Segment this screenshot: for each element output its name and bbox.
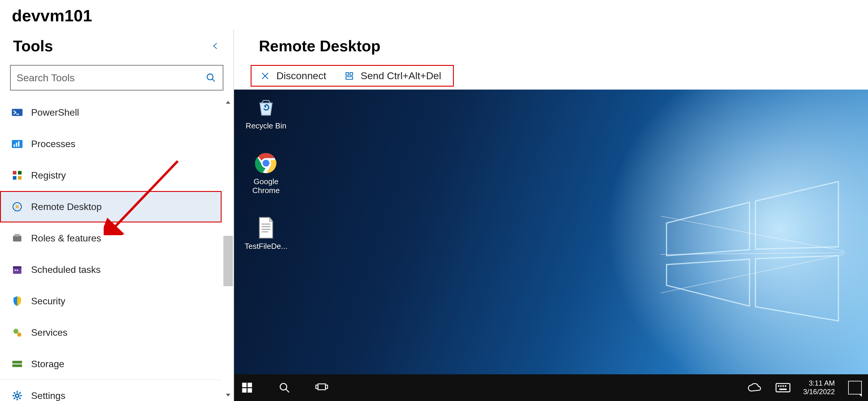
svg-rect-47: [248, 382, 252, 387]
security-shield-icon: [11, 295, 23, 307]
services-gear-icon: [11, 327, 23, 338]
tray-keyboard-button[interactable]: [775, 379, 791, 396]
remote-taskbar: 3:11 AM 3/16/2022: [234, 374, 868, 401]
sidebar-item-roles-features[interactable]: Roles & features: [0, 223, 222, 254]
svg-rect-22: [12, 365, 22, 367]
sidebar-item-label: Scheduled tasks: [31, 264, 101, 275]
sidebar-item-processes[interactable]: Processes: [0, 128, 222, 160]
sidebar-item-label: Registry: [31, 170, 66, 181]
svg-line-28: [14, 392, 15, 394]
svg-rect-7: [18, 141, 20, 146]
scrollbar-thumb[interactable]: [223, 236, 233, 286]
svg-rect-5: [13, 144, 15, 147]
taskbar-start-button[interactable]: [239, 379, 255, 396]
tools-search[interactable]: [10, 65, 223, 90]
svg-point-50: [280, 383, 287, 390]
chrome-icon: [254, 151, 278, 175]
taskbar-search-button[interactable]: [276, 379, 293, 396]
sidebar-item-label: Settings: [31, 390, 65, 401]
sidebar-item-label: Security: [31, 296, 65, 307]
main-heading: Remote Desktop: [234, 29, 868, 65]
svg-rect-52: [318, 384, 326, 390]
scrollbar-up-icon[interactable]: [223, 96, 234, 108]
tools-sidebar: Tools: [0, 29, 234, 401]
collapse-sidebar-button[interactable]: [210, 41, 220, 51]
sidebar-item-label: Processes: [31, 139, 75, 149]
send-ctrl-alt-del-button[interactable]: Send Ctrl+Alt+Del: [344, 70, 441, 82]
page-title: devvm101: [0, 0, 868, 29]
remote-desktop-viewport[interactable]: Recycle Bin: [234, 90, 868, 401]
svg-rect-54: [326, 385, 328, 389]
scrollbar-down-icon[interactable]: [223, 389, 234, 401]
taskbar-notifications-button[interactable]: [847, 379, 863, 396]
svg-line-37: [661, 193, 844, 251]
desktop-icon-label: TestFileDe...: [245, 242, 288, 251]
tray-onedrive-button[interactable]: [746, 379, 763, 396]
sidebar-item-services[interactable]: Services: [0, 317, 222, 348]
svg-rect-58: [783, 385, 784, 387]
disconnect-button[interactable]: Disconnect: [260, 70, 326, 82]
svg-rect-16: [13, 266, 21, 268]
remote-desktop-action-bar: Disconnect Send Ctrl+Alt+Del: [251, 65, 454, 87]
svg-rect-60: [779, 389, 787, 390]
sidebar-item-security[interactable]: Security: [0, 285, 222, 317]
search-icon: [205, 72, 217, 84]
desktop-icon-test-file[interactable]: TestFileDe...: [242, 216, 290, 251]
svg-rect-18: [17, 269, 18, 271]
svg-rect-57: [780, 385, 782, 387]
svg-line-31: [19, 392, 21, 394]
disconnect-x-icon: [260, 70, 271, 81]
taskbar-task-view-button[interactable]: [313, 379, 330, 396]
svg-rect-46: [242, 382, 246, 387]
sidebar-item-label: Storage: [31, 359, 64, 370]
desktop-icon-label: GoogleChrome: [252, 177, 280, 195]
send-cad-icon: [344, 70, 354, 81]
windows-start-icon: [241, 382, 253, 394]
svg-rect-33: [346, 73, 349, 75]
sidebar-item-registry[interactable]: Registry: [0, 160, 222, 191]
processes-icon: [11, 138, 23, 149]
svg-rect-21: [12, 361, 22, 364]
sidebar-item-storage[interactable]: Storage: [0, 348, 222, 380]
svg-rect-2: [12, 109, 23, 116]
svg-line-30: [14, 398, 15, 399]
settings-gear-icon: [11, 390, 23, 401]
sidebar-item-remote-desktop[interactable]: Remote Desktop: [0, 191, 222, 223]
text-file-icon: [254, 216, 278, 240]
main-panel: Remote Desktop Disconnect: [234, 29, 868, 401]
desktop-icon-google-chrome[interactable]: GoogleChrome: [242, 151, 290, 195]
svg-rect-10: [13, 176, 16, 180]
desktop-icon-recycle-bin[interactable]: Recycle Bin: [242, 95, 290, 131]
svg-rect-34: [350, 73, 353, 75]
sidebar-item-powershell[interactable]: PowerShell: [0, 97, 222, 128]
sidebar-item-label: Roles & features: [31, 233, 101, 244]
svg-rect-48: [242, 388, 246, 393]
taskbar-clock[interactable]: 3:11 AM 3/16/2022: [803, 379, 835, 396]
svg-rect-49: [248, 388, 252, 393]
svg-rect-59: [785, 385, 786, 387]
svg-rect-35: [346, 77, 353, 79]
svg-rect-53: [316, 385, 318, 389]
taskbar-time: 3:11 AM: [809, 379, 835, 388]
taskbar-date: 3/16/2022: [803, 388, 835, 396]
svg-rect-11: [18, 176, 22, 180]
svg-rect-8: [13, 171, 16, 174]
svg-rect-55: [776, 383, 790, 392]
svg-point-20: [17, 333, 21, 337]
scheduled-tasks-icon: [11, 264, 23, 275]
svg-rect-13: [13, 236, 21, 242]
remote-desktop-icon-grid: Recycle Bin: [242, 95, 290, 251]
sidebar-item-scheduled-tasks[interactable]: Scheduled tasks: [0, 254, 222, 285]
tools-search-input[interactable]: [17, 72, 205, 84]
svg-point-0: [207, 74, 213, 80]
disconnect-label: Disconnect: [276, 70, 326, 82]
remote-desktop-icon: [11, 201, 23, 212]
cloud-icon: [748, 383, 761, 392]
send-cad-label: Send Ctrl+Alt+Del: [361, 70, 441, 82]
tools-scrollbar[interactable]: [223, 96, 234, 401]
sidebar-item-label: PowerShell: [31, 107, 79, 118]
sidebar-item-settings[interactable]: Settings: [0, 380, 222, 401]
roles-features-icon: [11, 232, 23, 244]
storage-icon: [11, 358, 23, 370]
svg-rect-6: [16, 143, 18, 147]
